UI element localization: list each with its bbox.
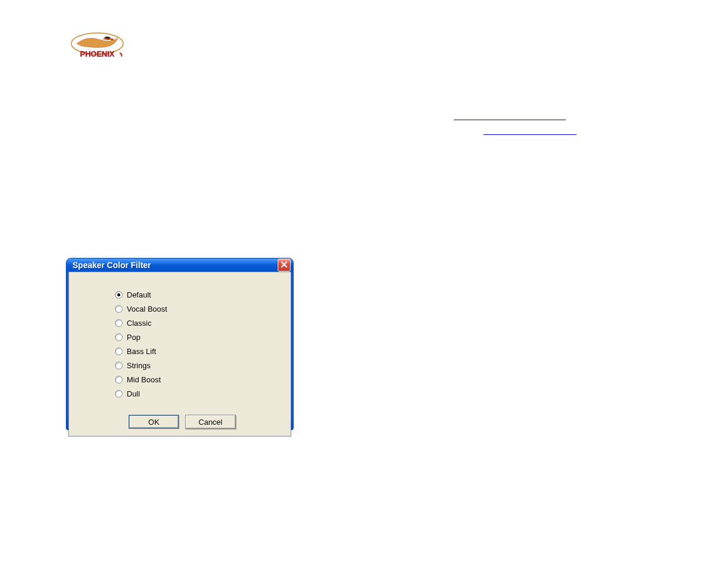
radio-icon (115, 291, 123, 299)
dialog-body: DefaultVocal BoostClassicPopBass LiftStr… (68, 272, 291, 437)
close-icon (281, 260, 288, 270)
speaker-color-filter-dialog: Speaker Color Filter DefaultVocal BoostC… (66, 258, 294, 430)
dialog-title: Speaker Color Filter (73, 260, 278, 270)
radio-label: Mid Boost (127, 375, 161, 384)
close-button[interactable] (278, 259, 291, 272)
radio-group: DefaultVocal BoostClassicPopBass LiftStr… (115, 289, 273, 402)
radio-label: Bass Lift (127, 347, 156, 356)
cancel-button-label: Cancel (199, 418, 222, 427)
radio-option-classic[interactable]: Classic (115, 317, 273, 329)
svg-text:PHOENIX: PHOENIX (80, 49, 115, 58)
cancel-button[interactable]: Cancel (185, 415, 236, 429)
radio-icon (115, 319, 123, 327)
radio-dot-icon (117, 293, 120, 296)
radio-icon (115, 348, 123, 355)
radio-option-vocal-boost[interactable]: Vocal Boost (115, 303, 273, 315)
radio-label: Dull (127, 389, 140, 398)
radio-option-pop[interactable]: Pop (115, 331, 273, 343)
radio-option-default[interactable]: Default (115, 289, 273, 300)
radio-label: Classic (127, 319, 151, 328)
radio-option-dull[interactable]: Dull (115, 388, 273, 399)
phoenix-logo: PHOENIX (70, 31, 125, 64)
radio-label: Pop (127, 333, 140, 342)
links-area (454, 120, 577, 135)
ok-button[interactable]: OK (129, 415, 179, 429)
ok-button-label: OK (149, 418, 160, 427)
link-1[interactable] (454, 120, 566, 120)
radio-option-mid-boost[interactable]: Mid Boost (115, 373, 273, 385)
radio-label: Strings (127, 361, 150, 370)
radio-option-bass-lift[interactable]: Bass Lift (115, 345, 273, 357)
radio-icon (115, 305, 123, 313)
radio-icon (115, 362, 123, 369)
link-2[interactable] (483, 134, 577, 135)
radio-icon (115, 376, 123, 384)
radio-label: Vocal Boost (127, 305, 167, 313)
radio-option-strings[interactable]: Strings (115, 359, 273, 371)
dialog-titlebar[interactable]: Speaker Color Filter (67, 259, 293, 272)
radio-label: Default (127, 290, 151, 299)
svg-point-1 (111, 38, 113, 41)
radio-icon (115, 390, 123, 398)
button-row: OK Cancel (91, 415, 273, 429)
radio-icon (115, 333, 123, 341)
